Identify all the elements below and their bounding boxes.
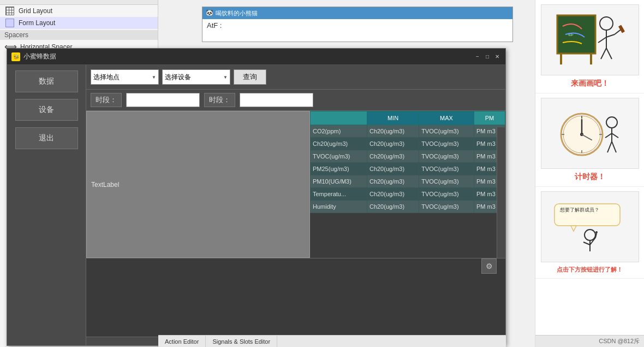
table-header-pm: PM	[474, 111, 505, 125]
svg-line-25	[607, 142, 612, 152]
bear-window-content: AtF :	[202, 19, 512, 42]
svg-text:想要了解群成员？: 想要了解群成员？	[559, 207, 599, 213]
cell-min: Ch20(ug/m3)	[367, 150, 419, 163]
timer-card-image	[541, 98, 639, 169]
timer-card-label: 计时器！	[575, 172, 605, 182]
draw-card-label: 来画画吧！	[571, 79, 609, 89]
close-button[interactable]: ✕	[493, 53, 501, 61]
svg-rect-10	[560, 54, 562, 64]
bear-window-title: 喝饮料的小熊猫	[216, 9, 258, 17]
cell-max: TVOC(ug/m3)	[419, 188, 474, 201]
svg-rect-7	[618, 25, 624, 33]
svg-line-23	[605, 133, 612, 138]
svg-line-5	[606, 48, 612, 59]
svg-point-30	[585, 230, 595, 240]
spacers-label: Spacers	[4, 31, 28, 39]
sidebar: 数据 设备 退出	[7, 65, 86, 345]
maximize-button[interactable]: □	[484, 53, 491, 61]
cell-name: Humidity	[311, 201, 367, 213]
svg-line-4	[601, 48, 606, 59]
main-window: 🐝 小蜜蜂数据 − □ ✕ 数据 设备 退出 选择地点 ▼ 选择设备	[7, 48, 506, 346]
cell-min: Ch20(ug/m3)	[367, 175, 419, 188]
svg-point-35	[595, 231, 598, 233]
grid-icon	[4, 7, 15, 15]
location-select[interactable]: 选择地点 ▼	[91, 69, 159, 85]
signals-slots-tab[interactable]: Signals & Slots Editor	[206, 336, 277, 347]
data-button[interactable]: 数据	[15, 70, 78, 92]
data-table: MIN MAX PM CO2(ppm) Ch20(ug/m3) TVOC(ug/…	[310, 111, 505, 213]
window-body: 数据 设备 退出 选择地点 ▼ 选择设备 ▼ 查询 时段：	[7, 65, 505, 345]
svg-line-33	[590, 238, 595, 245]
svg-line-2	[598, 37, 606, 43]
top-controls: 选择地点 ▼ 选择设备 ▼ 查询	[86, 65, 505, 90]
side-scrollbar[interactable]	[497, 127, 505, 258]
table-header-max: MAX	[419, 111, 474, 125]
grid-layout-label: Grid Layout	[19, 7, 52, 15]
member-card-image: 想要了解群成员？	[541, 191, 639, 262]
cell-max: TVOC(ug/m3)	[419, 175, 474, 188]
location-arrow-icon: ▼	[152, 75, 156, 80]
table-row: Humidity Ch20(ug/m3) TVOC(ug/m3) PM m3	[311, 201, 505, 213]
device-select-label: 选择设备	[165, 73, 191, 82]
query-button[interactable]: 查询	[234, 69, 266, 85]
bear-window: 🐼 喝饮料的小熊猫 AtF :	[202, 7, 513, 42]
svg-rect-11	[590, 54, 592, 64]
window-titlebar: 🐝 小蜜蜂数据 − □ ✕	[7, 49, 505, 65]
minimize-button[interactable]: −	[474, 53, 481, 61]
table-row: CO2(ppm) Ch20(ug/m3) TVOC(ug/m3) PM m3	[311, 125, 505, 138]
data-table-container: MIN MAX PM CO2(ppm) Ch20(ug/m3) TVOC(ug/…	[310, 111, 505, 258]
form-layout-item[interactable]: Form Layout	[0, 17, 158, 29]
timer-card: 计时器！	[535, 93, 644, 187]
bottom-area: ⚙	[86, 258, 505, 345]
draw-card-image: ✏	[541, 4, 639, 75]
device-button[interactable]: 设备	[15, 99, 78, 121]
cell-name: PM25(ug/m3)	[311, 163, 367, 175]
svg-line-32	[583, 242, 590, 245]
date-input-1[interactable]	[126, 93, 200, 107]
exit-button[interactable]: 退出	[15, 127, 78, 149]
table-row: Temperatu... Ch20(ug/m3) TVOC(ug/m3) PM …	[311, 188, 505, 201]
draw-illustration: ✏	[546, 10, 634, 70]
icon-button-area[interactable]: ⚙	[481, 258, 497, 274]
content-area: TextLabel MIN MAX PM	[86, 111, 505, 258]
cell-max: TVOC(ug/m3)	[419, 201, 474, 213]
cell-min: Ch20(ug/m3)	[367, 125, 419, 138]
date-row: 时段： 时段：	[86, 90, 505, 111]
action-editor-tab[interactable]: Action Editor	[158, 336, 206, 347]
table-row: PM25(ug/m3) Ch20(ug/m3) TVOC(ug/m3) PM m…	[311, 163, 505, 175]
csdn-status-text: CSDN @812斥	[599, 337, 640, 345]
svg-point-21	[606, 117, 617, 128]
member-illustration: 想要了解群成员？	[546, 199, 634, 254]
period-label-2: 时段：	[204, 93, 235, 107]
draw-card: ✏ 来画画吧！	[535, 0, 644, 93]
location-select-label: 选择地点	[93, 73, 120, 82]
timer-illustration	[546, 106, 634, 161]
settings-icon: ⚙	[486, 262, 493, 270]
table-header-min: MIN	[367, 111, 419, 125]
text-label: TextLabel	[91, 181, 119, 189]
cell-name: CO2(ppm)	[311, 125, 367, 138]
window-title: 小蜜蜂数据	[23, 52, 56, 61]
window-icon: 🐝	[11, 52, 20, 61]
cell-min: Ch20(ug/m3)	[367, 138, 419, 150]
cell-min: Ch20(ug/m3)	[367, 163, 419, 175]
atf-label: AtF :	[207, 21, 222, 30]
table-row: PM10(UG/M3) Ch20(ug/m3) TVOC(ug/m3) PM m…	[311, 175, 505, 188]
form-layout-label: Form Layout	[19, 19, 55, 27]
right-panel: ✏ 来画画吧！	[535, 0, 644, 347]
member-card-label: 点击下方按钮进行了解！	[557, 266, 623, 274]
device-select[interactable]: 选择设备 ▼	[162, 69, 230, 85]
bear-icon: 🐼	[206, 9, 213, 17]
window-controls: − □ ✕	[474, 53, 501, 61]
csdn-status-bar: CSDN @812斥	[535, 335, 644, 347]
table-row: Ch20(ug/m3) Ch20(ug/m3) TVOC(ug/m3) PM m…	[311, 138, 505, 150]
cell-name: PM10(UG/M3)	[311, 175, 367, 188]
cell-name: Ch20(ug/m3)	[311, 138, 367, 150]
text-label-area: TextLabel	[86, 111, 310, 258]
grid-layout-item[interactable]: Grid Layout	[0, 5, 158, 17]
cell-name: Temperatu...	[311, 188, 367, 201]
form-icon	[4, 19, 15, 27]
window-title-left: 🐝 小蜜蜂数据	[11, 52, 56, 61]
date-input-2[interactable]	[240, 93, 313, 107]
svg-line-3	[606, 34, 615, 37]
